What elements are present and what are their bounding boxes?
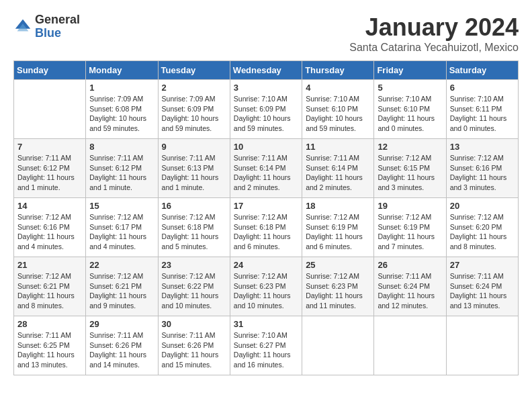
location-title: Santa Catarina Yecahuizotl, Mexico xyxy=(349,42,519,54)
day-info: Sunrise: 7:12 AM Sunset: 6:18 PM Dayligh… xyxy=(162,212,226,252)
calendar-day-cell: 24Sunrise: 7:12 AM Sunset: 6:23 PM Dayli… xyxy=(230,257,302,316)
calendar-day-cell: 9Sunrise: 7:11 AM Sunset: 6:13 PM Daylig… xyxy=(158,139,230,198)
day-number: 31 xyxy=(234,319,298,329)
day-number: 15 xyxy=(89,201,154,211)
title-block: January 2024 Santa Catarina Yecahuizotl,… xyxy=(349,13,519,54)
calendar-day-cell: 22Sunrise: 7:12 AM Sunset: 6:21 PM Dayli… xyxy=(86,257,158,316)
calendar-day-cell: 13Sunrise: 7:12 AM Sunset: 6:16 PM Dayli… xyxy=(446,139,518,198)
day-info: Sunrise: 7:10 AM Sunset: 6:09 PM Dayligh… xyxy=(234,94,298,134)
calendar-day-cell xyxy=(14,80,86,139)
day-info: Sunrise: 7:11 AM Sunset: 6:13 PM Dayligh… xyxy=(162,153,226,193)
calendar-day-cell: 29Sunrise: 7:11 AM Sunset: 6:26 PM Dayli… xyxy=(86,316,158,375)
day-number: 26 xyxy=(378,260,442,270)
weekday-header-cell: Monday xyxy=(86,61,158,80)
calendar-body: 1Sunrise: 7:09 AM Sunset: 6:08 PM Daylig… xyxy=(14,80,519,375)
day-number: 8 xyxy=(89,142,154,152)
weekday-header-cell: Thursday xyxy=(302,61,374,80)
day-info: Sunrise: 7:12 AM Sunset: 6:16 PM Dayligh… xyxy=(17,212,82,252)
day-info: Sunrise: 7:12 AM Sunset: 6:19 PM Dayligh… xyxy=(306,212,370,252)
calendar-day-cell: 5Sunrise: 7:10 AM Sunset: 6:10 PM Daylig… xyxy=(374,80,446,139)
day-info: Sunrise: 7:11 AM Sunset: 6:25 PM Dayligh… xyxy=(17,330,82,370)
day-number: 17 xyxy=(234,201,298,211)
calendar-table: SundayMondayTuesdayWednesdayThursdayFrid… xyxy=(13,60,519,375)
day-number: 14 xyxy=(17,201,82,211)
day-number: 27 xyxy=(450,260,515,270)
calendar-day-cell: 16Sunrise: 7:12 AM Sunset: 6:18 PM Dayli… xyxy=(158,198,230,257)
day-info: Sunrise: 7:12 AM Sunset: 6:23 PM Dayligh… xyxy=(306,271,370,311)
calendar-day-cell xyxy=(374,316,446,375)
day-number: 23 xyxy=(162,260,226,270)
logo-text: General Blue xyxy=(35,13,80,40)
calendar-day-cell: 10Sunrise: 7:11 AM Sunset: 6:14 PM Dayli… xyxy=(230,139,302,198)
calendar-week-row: 14Sunrise: 7:12 AM Sunset: 6:16 PM Dayli… xyxy=(14,198,519,257)
page-header: General Blue January 2024 Santa Catarina… xyxy=(13,13,519,54)
day-info: Sunrise: 7:09 AM Sunset: 6:08 PM Dayligh… xyxy=(89,94,154,134)
day-number: 28 xyxy=(17,319,82,329)
calendar-week-row: 21Sunrise: 7:12 AM Sunset: 6:21 PM Dayli… xyxy=(14,257,519,316)
day-info: Sunrise: 7:12 AM Sunset: 6:21 PM Dayligh… xyxy=(89,271,154,311)
calendar-day-cell: 3Sunrise: 7:10 AM Sunset: 6:09 PM Daylig… xyxy=(230,80,302,139)
calendar-day-cell: 31Sunrise: 7:10 AM Sunset: 6:27 PM Dayli… xyxy=(230,316,302,375)
calendar-day-cell: 6Sunrise: 7:10 AM Sunset: 6:11 PM Daylig… xyxy=(446,80,518,139)
logo-icon xyxy=(13,17,32,36)
calendar-week-row: 7Sunrise: 7:11 AM Sunset: 6:12 PM Daylig… xyxy=(14,139,519,198)
logo-general: General xyxy=(35,13,80,27)
day-info: Sunrise: 7:12 AM Sunset: 6:15 PM Dayligh… xyxy=(378,153,442,193)
logo: General Blue xyxy=(13,13,80,40)
day-info: Sunrise: 7:11 AM Sunset: 6:24 PM Dayligh… xyxy=(450,271,515,311)
calendar-day-cell: 27Sunrise: 7:11 AM Sunset: 6:24 PM Dayli… xyxy=(446,257,518,316)
day-number: 7 xyxy=(17,142,82,152)
day-info: Sunrise: 7:12 AM Sunset: 6:20 PM Dayligh… xyxy=(450,212,515,252)
day-info: Sunrise: 7:10 AM Sunset: 6:10 PM Dayligh… xyxy=(378,94,442,134)
calendar-day-cell: 18Sunrise: 7:12 AM Sunset: 6:19 PM Dayli… xyxy=(302,198,374,257)
calendar-day-cell: 28Sunrise: 7:11 AM Sunset: 6:25 PM Dayli… xyxy=(14,316,86,375)
calendar-day-cell: 1Sunrise: 7:09 AM Sunset: 6:08 PM Daylig… xyxy=(86,80,158,139)
day-number: 2 xyxy=(162,83,226,93)
calendar-day-cell: 23Sunrise: 7:12 AM Sunset: 6:22 PM Dayli… xyxy=(158,257,230,316)
calendar-day-cell: 19Sunrise: 7:12 AM Sunset: 6:19 PM Dayli… xyxy=(374,198,446,257)
day-info: Sunrise: 7:10 AM Sunset: 6:10 PM Dayligh… xyxy=(306,94,370,134)
calendar-day-cell: 2Sunrise: 7:09 AM Sunset: 6:09 PM Daylig… xyxy=(158,80,230,139)
day-info: Sunrise: 7:12 AM Sunset: 6:21 PM Dayligh… xyxy=(17,271,82,311)
day-number: 24 xyxy=(234,260,298,270)
day-number: 19 xyxy=(378,201,442,211)
day-number: 20 xyxy=(450,201,515,211)
calendar-day-cell: 7Sunrise: 7:11 AM Sunset: 6:12 PM Daylig… xyxy=(14,139,86,198)
day-info: Sunrise: 7:11 AM Sunset: 6:26 PM Dayligh… xyxy=(89,330,154,370)
weekday-header-cell: Sunday xyxy=(14,61,86,80)
calendar-week-row: 1Sunrise: 7:09 AM Sunset: 6:08 PM Daylig… xyxy=(14,80,519,139)
calendar-day-cell: 11Sunrise: 7:11 AM Sunset: 6:14 PM Dayli… xyxy=(302,139,374,198)
day-info: Sunrise: 7:12 AM Sunset: 6:22 PM Dayligh… xyxy=(162,271,226,311)
logo-blue: Blue xyxy=(35,27,80,40)
day-number: 10 xyxy=(234,142,298,152)
day-info: Sunrise: 7:12 AM Sunset: 6:19 PM Dayligh… xyxy=(378,212,442,252)
calendar-day-cell: 4Sunrise: 7:10 AM Sunset: 6:10 PM Daylig… xyxy=(302,80,374,139)
day-info: Sunrise: 7:11 AM Sunset: 6:12 PM Dayligh… xyxy=(89,153,154,193)
calendar-day-cell: 30Sunrise: 7:11 AM Sunset: 6:26 PM Dayli… xyxy=(158,316,230,375)
day-number: 3 xyxy=(234,83,298,93)
month-title: January 2024 xyxy=(349,13,519,42)
weekday-header-row: SundayMondayTuesdayWednesdayThursdayFrid… xyxy=(14,61,519,80)
calendar-day-cell xyxy=(302,316,374,375)
day-number: 4 xyxy=(306,83,370,93)
day-number: 18 xyxy=(306,201,370,211)
day-info: Sunrise: 7:11 AM Sunset: 6:14 PM Dayligh… xyxy=(306,153,370,193)
day-number: 29 xyxy=(89,319,154,329)
weekday-header-cell: Friday xyxy=(374,61,446,80)
day-info: Sunrise: 7:12 AM Sunset: 6:23 PM Dayligh… xyxy=(234,271,298,311)
day-number: 16 xyxy=(162,201,226,211)
calendar-day-cell: 26Sunrise: 7:11 AM Sunset: 6:24 PM Dayli… xyxy=(374,257,446,316)
day-number: 6 xyxy=(450,83,515,93)
day-info: Sunrise: 7:11 AM Sunset: 6:14 PM Dayligh… xyxy=(234,153,298,193)
day-info: Sunrise: 7:09 AM Sunset: 6:09 PM Dayligh… xyxy=(162,94,226,134)
day-info: Sunrise: 7:10 AM Sunset: 6:11 PM Dayligh… xyxy=(450,94,515,134)
calendar-week-row: 28Sunrise: 7:11 AM Sunset: 6:25 PM Dayli… xyxy=(14,316,519,375)
calendar-day-cell: 25Sunrise: 7:12 AM Sunset: 6:23 PM Dayli… xyxy=(302,257,374,316)
day-number: 13 xyxy=(450,142,515,152)
day-number: 1 xyxy=(89,83,154,93)
day-info: Sunrise: 7:11 AM Sunset: 6:26 PM Dayligh… xyxy=(162,330,226,370)
day-number: 22 xyxy=(89,260,154,270)
calendar-day-cell: 20Sunrise: 7:12 AM Sunset: 6:20 PM Dayli… xyxy=(446,198,518,257)
calendar-day-cell: 12Sunrise: 7:12 AM Sunset: 6:15 PM Dayli… xyxy=(374,139,446,198)
weekday-header-cell: Wednesday xyxy=(230,61,302,80)
